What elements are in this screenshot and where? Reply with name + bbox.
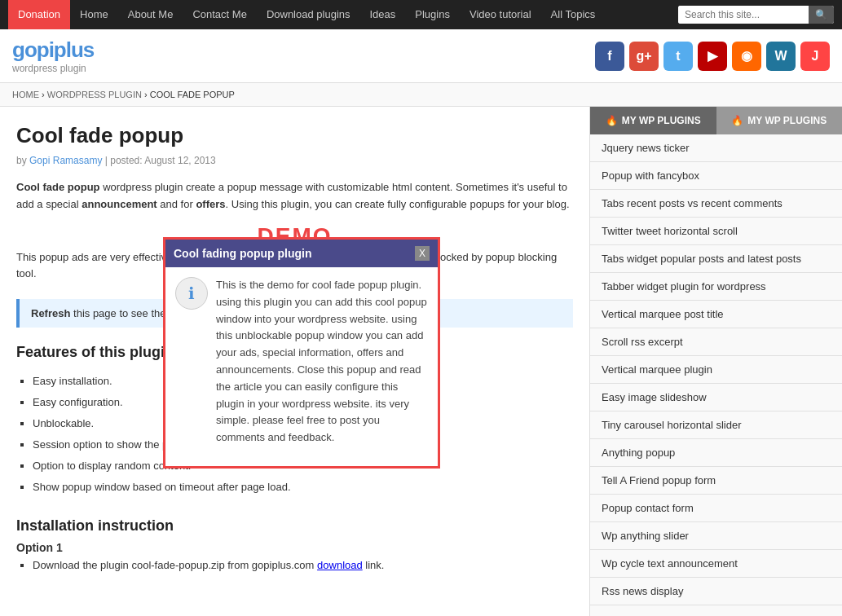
twitter-icon[interactable]: t: [663, 42, 693, 71]
list-item: Wp anything slider: [590, 522, 842, 550]
fire-icon-2: 🔥: [731, 115, 743, 126]
post-body: Cool fade popup wordpress plugin create …: [16, 179, 573, 328]
list-item: Scroll rss excerpt: [590, 328, 842, 356]
plugin-link[interactable]: Rss news display: [590, 578, 842, 605]
install-list: Download the plugin cool-fade-popup.zip …: [16, 559, 573, 571]
breadcrumb: HOME › WORDPRESS PLUGIN › COOL FADE POPU…: [0, 83, 842, 107]
list-item: Wp cycle text announcement: [590, 550, 842, 578]
list-item: Easy image slideshow: [590, 384, 842, 411]
wordpress-icon[interactable]: W: [766, 42, 796, 71]
nav-about[interactable]: About Me: [118, 0, 183, 29]
sidebar-plugin-list: Jquery news tickerPopup with fancyboxTab…: [590, 134, 842, 605]
list-item: Twitter tweet horizontal scroll: [590, 218, 842, 245]
fire-icon-1: 🔥: [606, 115, 618, 126]
social-icons-group: f g+ t ▶ ◉ W J: [595, 42, 830, 71]
nav-all-topics[interactable]: All Topics: [541, 0, 606, 29]
list-item: Vertical marquee post title: [590, 301, 842, 328]
list-item: Anything popup: [590, 439, 842, 467]
install-option1: Option 1: [16, 541, 573, 554]
joomla-icon[interactable]: J: [800, 42, 830, 71]
popup-title: Cool fading popup plugin: [174, 247, 312, 260]
top-navigation: Donation Home About Me Contact Me Downlo…: [0, 0, 842, 29]
list-item: Rss news display: [590, 578, 842, 605]
plugin-link[interactable]: Tell A Friend popup form: [590, 467, 842, 494]
popup-titlebar: Cool fading popup plugin X: [165, 240, 438, 267]
search-wrapper: 🔍: [678, 6, 834, 24]
search-input[interactable]: [678, 6, 809, 24]
list-item: Tabber widget plugin for wordpress: [590, 273, 842, 301]
logo-name: gopiplus: [12, 37, 94, 62]
popup-body: ℹ This is the demo for cool fade popup p…: [165, 267, 438, 466]
sidebar: 🔥 MY WP PLUGINS 🔥 MY WP PLUGINS Jquery n…: [589, 107, 842, 616]
breadcrumb-parent[interactable]: WORDPRESS PLUGIN: [47, 90, 142, 99]
popup-close-button[interactable]: X: [415, 246, 430, 261]
popup-window: Cool fading popup plugin X ℹ This is the…: [163, 237, 440, 469]
list-item: Tell A Friend popup form: [590, 467, 842, 495]
list-item: Popup with fancybox: [590, 162, 842, 190]
nav-home[interactable]: Home: [70, 0, 118, 29]
nav-download[interactable]: Download plugins: [257, 0, 360, 29]
post-meta: by Gopi Ramasamy | posted: August 12, 20…: [16, 155, 573, 166]
sidebar-tab-1[interactable]: 🔥 MY WP PLUGINS: [590, 107, 716, 134]
nav-plugins[interactable]: Plugins: [405, 0, 460, 29]
nav-contact[interactable]: Contact Me: [183, 0, 256, 29]
list-item: Jquery news ticker: [590, 134, 842, 162]
nav-video[interactable]: Video tutorial: [460, 0, 541, 29]
list-item: Tabs widget popular posts and latest pos…: [590, 245, 842, 273]
plugin-link[interactable]: Wp cycle text announcement: [590, 550, 842, 577]
post-paragraph-1: Cool fade popup wordpress plugin create …: [16, 179, 573, 213]
popup-text: This is the demo for cool fade popup plu…: [216, 277, 428, 447]
rss-icon[interactable]: ◉: [732, 42, 761, 71]
plugin-link[interactable]: Jquery news ticker: [590, 134, 842, 161]
plugin-link[interactable]: Popup with fancybox: [590, 162, 842, 189]
facebook-icon[interactable]: f: [595, 42, 624, 71]
nav-ideas[interactable]: Ideas: [360, 0, 406, 29]
plugin-link[interactable]: Scroll rss excerpt: [590, 328, 842, 355]
sidebar-tab-2[interactable]: 🔥 MY WP PLUGINS: [716, 107, 843, 134]
download-link[interactable]: download: [317, 559, 363, 571]
install-title: Installation instruction: [16, 517, 573, 535]
plugin-link[interactable]: Anything popup: [590, 439, 842, 466]
sidebar-tab2-label: MY WP PLUGINS: [747, 115, 827, 126]
youtube-icon[interactable]: ▶: [698, 42, 727, 71]
main-layout: Cool fade popup by Gopi Ramasamy | poste…: [0, 107, 842, 616]
plugin-link[interactable]: Tabs widget popular posts and latest pos…: [590, 245, 842, 272]
list-item: Tabs recent posts vs recent comments: [590, 190, 842, 218]
feature-item: Show popup window based on timeout after…: [33, 477, 573, 498]
plugin-link[interactable]: Easy image slideshow: [590, 384, 842, 411]
popup-info-icon: ℹ: [175, 277, 208, 310]
plugin-link[interactable]: Wp anything slider: [590, 522, 842, 549]
nav-donation[interactable]: Donation: [8, 0, 70, 29]
list-item: Popup contact form: [590, 495, 842, 522]
plugin-link[interactable]: Popup contact form: [590, 495, 842, 521]
sidebar-tabs: 🔥 MY WP PLUGINS 🔥 MY WP PLUGINS: [590, 107, 842, 134]
breadcrumb-current: COOL FADE POPUP: [150, 90, 235, 99]
logo-tagline: wordpress plugin: [12, 63, 595, 74]
sidebar-tab1-label: MY WP PLUGINS: [622, 115, 701, 126]
search-button[interactable]: 🔍: [809, 6, 834, 24]
site-header: gopiplus wordpress plugin f g+ t ▶ ◉ W J: [0, 29, 842, 83]
post-title: Cool fade popup: [16, 123, 573, 148]
plugin-link[interactable]: Tabs recent posts vs recent comments: [590, 190, 842, 217]
install-step-1: Download the plugin cool-fade-popup.zip …: [33, 559, 573, 571]
plugin-link[interactable]: Vertical marquee post title: [590, 301, 842, 328]
site-logo: gopiplus wordpress plugin: [12, 37, 595, 74]
main-content: Cool fade popup by Gopi Ramasamy | poste…: [0, 107, 589, 616]
breadcrumb-home[interactable]: HOME: [12, 90, 39, 99]
plugin-link[interactable]: Tabber widget plugin for wordpress: [590, 273, 842, 300]
google-plus-icon[interactable]: g+: [629, 42, 659, 71]
install-section: Installation instruction Option 1 Downlo…: [16, 517, 573, 571]
list-item: Vertical marquee plugin: [590, 356, 842, 384]
plugin-link[interactable]: Vertical marquee plugin: [590, 356, 842, 383]
post-author-link[interactable]: Gopi Ramasamy: [29, 155, 102, 166]
list-item: Tiny carousel horizontal slider: [590, 411, 842, 439]
plugin-link[interactable]: Tiny carousel horizontal slider: [590, 411, 842, 438]
plugin-link[interactable]: Twitter tweet horizontal scroll: [590, 218, 842, 244]
